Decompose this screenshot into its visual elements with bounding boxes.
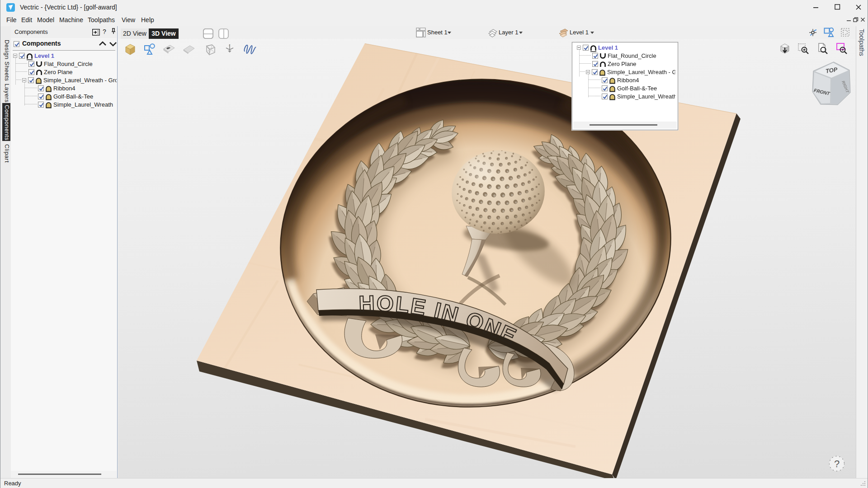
svg-text:?: ?	[834, 458, 840, 469]
svg-text:z: z	[229, 43, 231, 47]
